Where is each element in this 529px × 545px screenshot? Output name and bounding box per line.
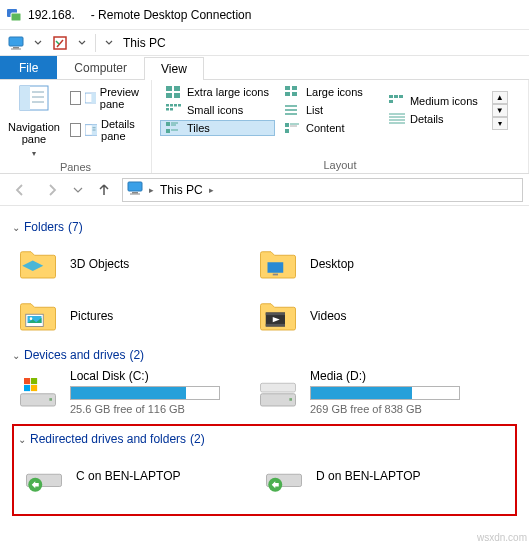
svg-rect-7	[20, 86, 30, 110]
layout-large-icons[interactable]: Large icons	[279, 84, 379, 100]
nav-up-button[interactable]	[90, 178, 118, 202]
layout-tiles[interactable]: Tiles	[160, 120, 275, 136]
layout-medium-icons[interactable]: Medium icons	[383, 93, 484, 109]
redirected-grid: C on BEN-LAPTOP D on BEN-LAPTOP	[18, 450, 511, 502]
thispc-crumb-icon	[127, 180, 143, 199]
breadcrumb-thispc[interactable]: This PC	[160, 183, 203, 197]
navigation-pane-label: Navigation pane	[8, 121, 60, 145]
folder-pictures[interactable]: Pictures	[12, 290, 252, 342]
drive-local-c[interactable]: Local Disk (C:) 25.6 GB free of 116 GB	[12, 366, 252, 418]
svg-rect-3	[13, 47, 19, 49]
tile-subtitle: 269 GB free of 838 GB	[310, 403, 488, 415]
nav-history-button[interactable]	[70, 178, 86, 202]
content-area: ⌄ Folders (7) 3D Objects Desktop Picture…	[0, 206, 529, 516]
tab-view[interactable]: View	[144, 57, 204, 80]
svg-rect-65	[49, 398, 52, 401]
drive-usage-bar	[310, 386, 460, 400]
layout-small-icons[interactable]: Small icons	[160, 102, 275, 118]
svg-rect-67	[31, 378, 37, 384]
folder-videos[interactable]: Videos	[252, 290, 492, 342]
svg-rect-23	[174, 104, 177, 107]
title-ip: 192.168.	[28, 8, 75, 22]
chevron-right-icon[interactable]: ▸	[209, 185, 214, 195]
layout-content[interactable]: Content	[279, 120, 379, 136]
address-bar[interactable]: ▸ This PC ▸	[122, 178, 523, 202]
checkbox-icon	[70, 123, 81, 137]
chevron-down-icon: ▾	[32, 149, 36, 158]
svg-rect-56	[273, 274, 278, 276]
section-devices-title: Devices and drives	[24, 348, 125, 362]
nav-back-button[interactable]	[6, 178, 34, 202]
drives-grid: Local Disk (C:) 25.6 GB free of 116 GB M…	[12, 366, 517, 418]
svg-rect-68	[24, 385, 30, 391]
drive-icon	[256, 370, 300, 414]
section-devices-header[interactable]: ⌄ Devices and drives (2)	[12, 348, 517, 362]
navigation-pane-button[interactable]: Navigation pane ▾	[8, 84, 60, 159]
svg-rect-18	[174, 86, 180, 91]
folders-grid: 3D Objects Desktop Pictures Videos	[12, 238, 517, 342]
redirected-drive-d[interactable]: D on BEN-LAPTOP	[258, 450, 498, 502]
drive-usage-bar	[70, 386, 220, 400]
layout-extra-large-icons[interactable]: Extra large icons	[160, 84, 275, 100]
svg-rect-44	[394, 95, 398, 98]
svg-point-59	[30, 317, 33, 320]
layout-details[interactable]: Details	[383, 111, 484, 127]
tile-title: Media (D:)	[310, 369, 488, 383]
svg-rect-66	[24, 378, 30, 384]
svg-rect-45	[399, 95, 403, 98]
address-bar-row: ▸ This PC ▸	[0, 174, 529, 206]
svg-rect-22	[170, 104, 173, 107]
redirected-drive-icon	[22, 454, 66, 498]
tab-computer[interactable]: Computer	[57, 56, 144, 79]
scroll-up-button[interactable]: ▲	[492, 91, 508, 104]
tile-title: Desktop	[310, 257, 488, 271]
tile-title: D on BEN-LAPTOP	[316, 469, 494, 483]
details-pane-label: Details pane	[101, 118, 147, 142]
section-folders-header[interactable]: ⌄ Folders (7)	[12, 220, 517, 234]
layout-list[interactable]: List	[279, 102, 379, 118]
svg-rect-25	[166, 108, 169, 111]
redirected-drive-icon	[262, 454, 306, 498]
title-suffix: - Remote Desktop Connection	[91, 8, 252, 22]
ribbon-group-layout: Extra large icons Small icons Tiles Larg…	[152, 80, 529, 173]
folder-3d-objects[interactable]: 3D Objects	[12, 238, 252, 290]
ribbon-tabs: File Computer View	[0, 56, 529, 80]
nav-forward-button[interactable]	[38, 178, 66, 202]
svg-rect-46	[389, 100, 393, 103]
svg-rect-21	[166, 104, 169, 107]
svg-rect-4	[11, 48, 21, 49]
svg-rect-1	[11, 13, 21, 21]
preview-pane-label: Preview pane	[100, 86, 147, 110]
details-pane-button[interactable]: Details pane	[66, 116, 151, 144]
svg-rect-17	[166, 86, 172, 91]
svg-rect-69	[31, 385, 37, 391]
qat-dropdown-icon[interactable]	[30, 32, 46, 54]
svg-rect-26	[170, 108, 173, 111]
svg-rect-71	[289, 398, 292, 401]
scroll-down-button[interactable]: ▼	[492, 104, 508, 117]
svg-rect-33	[292, 86, 297, 90]
preview-pane-button[interactable]: Preview pane	[66, 84, 151, 112]
properties-icon[interactable]	[48, 32, 72, 54]
tab-file[interactable]: File	[0, 56, 57, 79]
qat-location: This PC	[123, 36, 166, 50]
scroll-expand-button[interactable]: ▾	[492, 117, 508, 130]
svg-rect-2	[9, 37, 23, 46]
svg-rect-35	[292, 92, 297, 96]
svg-rect-53	[130, 194, 140, 195]
qat-dropdown2-icon[interactable]	[74, 32, 90, 54]
svg-rect-27	[166, 122, 170, 126]
section-folders-count: (7)	[68, 220, 83, 234]
thispc-icon[interactable]	[4, 32, 28, 54]
qat-customize-icon[interactable]	[101, 32, 117, 54]
section-redirected-header[interactable]: ⌄ Redirected drives and folders (2)	[18, 432, 511, 446]
chevron-down-icon: ⌄	[12, 350, 20, 361]
redirected-drive-c[interactable]: C on BEN-LAPTOP	[18, 450, 258, 502]
chevron-right-icon[interactable]: ▸	[149, 185, 154, 195]
tile-title: C on BEN-LAPTOP	[76, 469, 254, 483]
drive-media-d[interactable]: Media (D:) 269 GB free of 838 GB	[252, 366, 492, 418]
svg-rect-51	[128, 182, 142, 191]
folder-desktop[interactable]: Desktop	[252, 238, 492, 290]
checkbox-icon	[70, 91, 81, 105]
svg-rect-61	[266, 313, 285, 316]
